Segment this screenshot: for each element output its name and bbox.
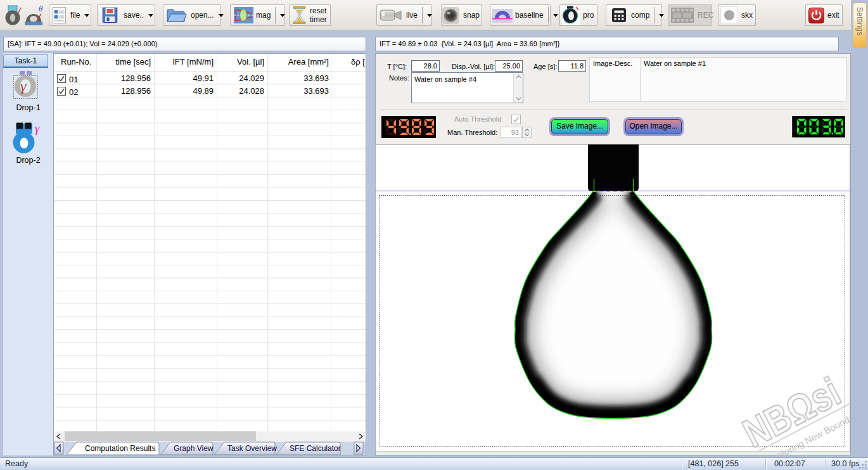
- svg-text:Graph View: Graph View: [174, 444, 214, 453]
- svg-text:Computation Results: Computation Results: [85, 444, 155, 453]
- svg-text:γ: γ: [35, 122, 40, 135]
- svg-text:SFE Calculator: SFE Calculator: [290, 444, 341, 453]
- svg-text:θ: θ: [39, 5, 43, 13]
- svg-text:γ: γ: [20, 78, 27, 94]
- svg-text:Task Overview: Task Overview: [227, 444, 277, 453]
